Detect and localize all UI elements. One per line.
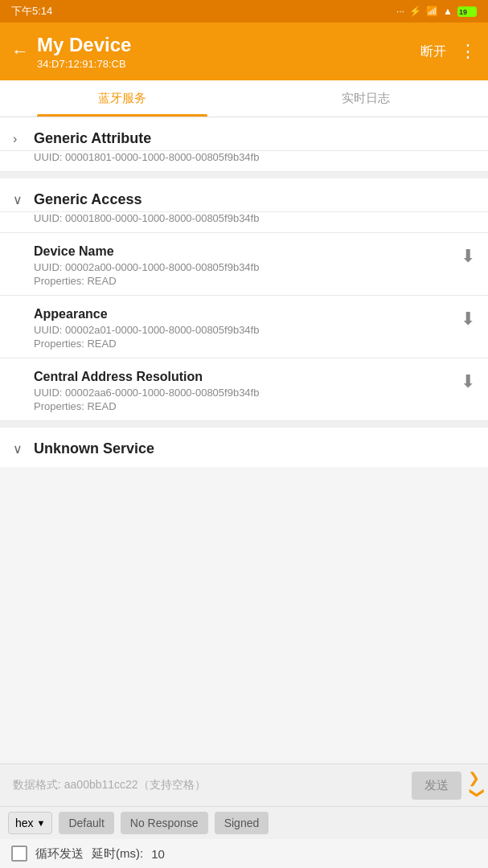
loop-checkbox[interactable] — [11, 845, 27, 862]
header-title-block: My Device 34:D7:12:91:78:CB — [37, 34, 131, 70]
char-props-device-name: Properties: READ — [34, 275, 259, 287]
service-uuid-generic-access: UUID: 00001800-0000-1000-8000-00805f9b34… — [0, 212, 488, 233]
download-icon-appearance[interactable]: ⬇ — [461, 309, 475, 330]
data-input-placeholder[interactable]: 数据格式: aa00bb11cc22（支持空格） — [8, 776, 405, 794]
char-name-central-addr: Central Address Resolution — [34, 370, 259, 384]
header-left: ← My Device 34:D7:12:91:78:CB — [11, 34, 131, 70]
status-bar: 下午5:14 ··· ⚡ 📶 ▲ 19 — [0, 0, 488, 23]
signal-dots-icon: ··· — [396, 6, 404, 17]
bluetooth-icon: ⚡ — [409, 6, 421, 17]
separator-1 — [0, 172, 488, 178]
service-list: › Generic Attribute UUID: 00001801-0000-… — [0, 117, 488, 467]
separator-2 — [0, 421, 488, 428]
char-props-central-addr: Properties: READ — [34, 400, 259, 412]
header-right: 断开 ⋮ — [420, 41, 477, 62]
back-button[interactable]: ← — [11, 41, 29, 62]
characteristic-central-address-resolution: Central Address Resolution UUID: 00002aa… — [0, 358, 488, 421]
battery-icon: 19 — [457, 6, 477, 17]
char-props-appearance: Properties: READ — [34, 338, 259, 350]
hex-select[interactable]: hex ▼ — [8, 812, 52, 834]
download-icon-device-name[interactable]: ⬇ — [461, 246, 475, 267]
loop-label: 循环发送 — [35, 846, 84, 862]
chevron-down-icon-unknown: ∨ — [13, 441, 26, 457]
expand-icon[interactable]: ❯ ❯ — [468, 771, 480, 800]
service-unknown: ∨ Unknown Service — [0, 428, 488, 467]
char-name-device-name: Device Name — [34, 244, 259, 259]
header: ← My Device 34:D7:12:91:78:CB 断开 ⋮ — [0, 23, 488, 80]
service-generic-access: ∨ Generic Access UUID: 00001800-0000-100… — [0, 178, 488, 421]
delay-label: 延时(ms): — [92, 846, 143, 862]
chevron-down-icon: ∨ — [13, 192, 26, 207]
delay-value: 10 — [151, 847, 165, 861]
service-header-generic-access[interactable]: ∨ Generic Access — [0, 178, 488, 212]
tab-realtime-log[interactable]: 实时日志 — [244, 80, 489, 117]
char-uuid-central-addr: UUID: 00002aa6-0000-1000-8000-00805f9b34… — [34, 387, 259, 399]
loop-row: 循环发送 延时(ms): 10 — [0, 839, 488, 868]
more-options-button[interactable]: ⋮ — [459, 41, 477, 62]
signed-option-button[interactable]: Signed — [215, 812, 269, 834]
device-address: 34:D7:12:91:78:CB — [37, 58, 131, 70]
no-response-option-button[interactable]: No Response — [121, 812, 208, 834]
bottom-bar: 数据格式: aa00bb11cc22（支持空格） 发送 ❯ ❯ hex ▼ De… — [0, 764, 488, 868]
disconnect-button[interactable]: 断开 — [420, 43, 446, 60]
char-name-appearance: Appearance — [34, 307, 259, 321]
time-display: 下午5:14 — [11, 4, 52, 18]
options-row: hex ▼ Default No Response Signed — [0, 807, 488, 839]
send-button[interactable]: 发送 — [412, 772, 461, 800]
service-generic-attribute: › Generic Attribute UUID: 00001801-0000-… — [0, 117, 488, 172]
tab-bar: 蓝牙服务 实时日志 — [0, 80, 488, 117]
characteristic-device-name: Device Name UUID: 00002a00-0000-1000-800… — [0, 233, 488, 296]
tab-bluetooth-services[interactable]: 蓝牙服务 — [0, 80, 244, 117]
chevron-right-icon: › — [13, 132, 26, 146]
characteristic-appearance: Appearance UUID: 00002a01-0000-1000-8000… — [0, 296, 488, 358]
send-row: 数据格式: aa00bb11cc22（支持空格） 发送 ❯ ❯ — [0, 764, 488, 807]
device-title: My Device — [37, 34, 131, 56]
default-option-button[interactable]: Default — [59, 812, 113, 834]
download-icon-central-addr[interactable]: ⬇ — [461, 371, 475, 392]
dropdown-arrow-icon: ▼ — [37, 818, 46, 828]
service-header-unknown[interactable]: ∨ Unknown Service — [0, 428, 488, 467]
signal-bars-icon: 📶 — [426, 6, 438, 17]
service-header-generic-attribute[interactable]: › Generic Attribute — [0, 117, 488, 151]
char-uuid-appearance: UUID: 00002a01-0000-1000-8000-00805f9b34… — [34, 324, 259, 336]
service-uuid-generic-attribute: UUID: 00001801-0000-1000-8000-00805f9b34… — [0, 151, 488, 172]
char-uuid-device-name: UUID: 00002a00-0000-1000-8000-00805f9b34… — [34, 261, 259, 273]
status-icons: ··· ⚡ 📶 ▲ 19 — [396, 6, 477, 17]
wifi-icon: ▲ — [443, 6, 453, 17]
